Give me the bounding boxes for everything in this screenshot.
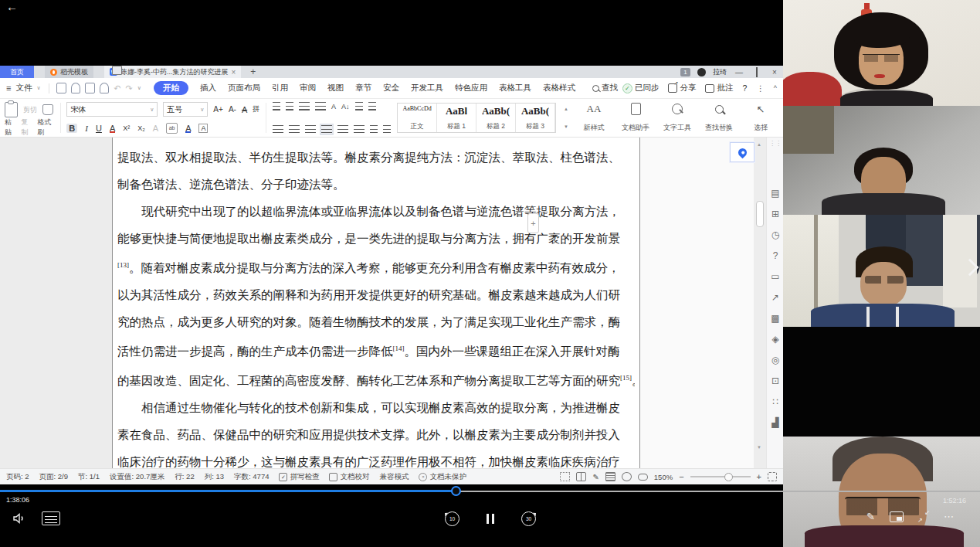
menu-tab-12[interactable]: 表格样式 xyxy=(543,83,575,93)
zoom-slider[interactable] xyxy=(690,476,751,477)
superscript-button[interactable]: X² xyxy=(123,124,130,132)
more-options-icon[interactable]: ⋯ xyxy=(944,511,955,522)
shading-icon[interactable] xyxy=(370,125,378,134)
italic-button[interactable]: I xyxy=(85,124,88,133)
vertical-scrollbar[interactable]: ▲ ▼ xyxy=(756,142,764,450)
decrease-indent-icon[interactable] xyxy=(299,102,310,110)
menu-tab-4[interactable]: 引用 xyxy=(272,83,288,93)
back-arrow-icon[interactable]: ← xyxy=(6,0,18,13)
user-avatar[interactable] xyxy=(697,68,706,76)
rewind-10-button[interactable]: 10 xyxy=(445,511,459,526)
menu-tab-5[interactable]: 审阅 xyxy=(300,83,316,93)
style-option-1[interactable]: AaBbCcDd正文 xyxy=(398,104,437,132)
tab-home[interactable]: 首页 xyxy=(0,66,34,78)
print-preview-icon[interactable] xyxy=(85,83,94,93)
sync-status[interactable]: ✓ 已同步 xyxy=(622,83,660,93)
share-button[interactable]: 分享 xyxy=(668,83,696,93)
tab-document[interactable]: W 陈娜-李奚-中药...集方法的研究进展 × xyxy=(104,66,241,78)
flowchart-icon[interactable]: ⊞ xyxy=(771,209,779,219)
insert-blank-button[interactable]: + xyxy=(527,213,539,233)
protection-status[interactable]: × 文档未保护 xyxy=(419,472,466,482)
style-option-2[interactable]: AaBl标题 1 xyxy=(437,104,476,132)
underline-button[interactable]: U xyxy=(96,124,102,133)
fit-page-icon[interactable] xyxy=(768,472,777,481)
close-window-button[interactable]: × xyxy=(769,68,780,76)
insert-table-icon[interactable] xyxy=(368,102,376,110)
menu-tab-8[interactable]: 安全 xyxy=(383,83,399,93)
outline-view-icon[interactable] xyxy=(605,472,615,481)
restore-button[interactable] xyxy=(751,68,762,76)
increase-indent-icon[interactable] xyxy=(315,102,326,110)
undo-icon[interactable]: ↶ xyxy=(114,83,120,93)
shrink-font-button[interactable]: A- xyxy=(229,105,236,114)
shrink-icon[interactable]: ↙ ↗ xyxy=(918,511,929,522)
menu-tab-3[interactable]: 页面布局 xyxy=(228,83,260,93)
menu-tab-2[interactable]: 插入 xyxy=(200,83,216,93)
sort-icon[interactable]: A↓ xyxy=(341,103,350,110)
align-center-icon[interactable] xyxy=(289,125,300,134)
highlight-pen-icon[interactable]: ab xyxy=(166,123,178,134)
menu-tab-1[interactable]: 开始 xyxy=(154,81,188,95)
font-name-select[interactable]: 宋体 ∨ xyxy=(66,102,158,117)
user-name[interactable]: 拉琦 xyxy=(713,67,727,77)
numbered-list-icon[interactable] xyxy=(286,102,293,110)
picture-icon[interactable]: ▩ xyxy=(771,314,779,323)
write-mode-icon[interactable]: ✎ xyxy=(592,473,599,481)
menu-tab-7[interactable]: 章节 xyxy=(355,83,371,93)
minimize-button[interactable]: — xyxy=(734,68,744,76)
scroll-up-icon[interactable]: ▲ xyxy=(757,142,761,147)
page-view-icon[interactable] xyxy=(112,66,122,75)
char-border-button[interactable]: A xyxy=(198,124,208,133)
history-icon[interactable]: ◷ xyxy=(771,230,779,240)
format-painter-icon[interactable] xyxy=(42,104,53,115)
print-icon[interactable]: ⊡ xyxy=(771,376,779,386)
show-marks-icon[interactable] xyxy=(355,102,363,110)
style-gallery-scroll[interactable]: ▲ ▼ xyxy=(562,100,570,135)
subscript-button[interactable]: X₂ xyxy=(137,124,145,132)
find-replace-button[interactable]: 查找替换 xyxy=(701,100,737,135)
zoom-in-button[interactable]: + xyxy=(757,472,761,481)
font-size-select[interactable]: 五号 ∨ xyxy=(163,102,208,117)
file-menu[interactable]: 文件 xyxy=(15,83,32,93)
justify-icon[interactable] xyxy=(321,125,332,134)
paste-icon[interactable] xyxy=(5,102,18,117)
zoom-slider-knob[interactable] xyxy=(724,473,733,481)
more-menu-icon[interactable]: ⋮ xyxy=(756,83,765,93)
menu-tab-9[interactable]: 开发工具 xyxy=(411,83,443,93)
share-panel-icon[interactable]: ↗ xyxy=(771,293,779,302)
char-color-button[interactable]: A xyxy=(110,124,115,133)
chart-icon[interactable]: ▟ xyxy=(771,418,778,427)
comments-button[interactable]: 批注 xyxy=(705,83,733,93)
hamburger-icon[interactable]: ≡ xyxy=(6,83,11,93)
picture-in-picture-icon[interactable] xyxy=(890,511,904,522)
document-page[interactable]: 提取法、双水相提取法、半仿生提取法等。槲皮素分离提纯方法：沉淀法、萃取法、柱色谱… xyxy=(112,138,640,468)
notification-badge[interactable]: 1 xyxy=(680,68,690,76)
paste-label[interactable]: 粘贴 xyxy=(5,117,15,138)
pause-button[interactable] xyxy=(487,514,494,524)
export-pdf-icon[interactable] xyxy=(100,83,109,93)
volume-icon[interactable] xyxy=(12,511,26,525)
bold-button[interactable]: B xyxy=(66,124,77,133)
pinyin-guide-button[interactable]: 拼 xyxy=(253,104,259,114)
participant-video-3[interactable] xyxy=(783,215,980,327)
participant-video-2[interactable] xyxy=(783,106,980,215)
print-icon[interactable] xyxy=(71,83,80,93)
comment-box-icon[interactable]: ▭ xyxy=(771,272,779,281)
help-button[interactable]: ? xyxy=(742,83,747,93)
participant-video-4[interactable] xyxy=(783,327,980,437)
bullet-list-icon[interactable] xyxy=(273,102,280,110)
collapse-ribbon-icon[interactable]: ^ xyxy=(774,84,777,92)
cut-button[interactable]: 剪切 xyxy=(23,105,37,115)
notes-icon[interactable] xyxy=(42,511,60,525)
find-button[interactable]: 查找 xyxy=(592,83,618,93)
distribute-icon[interactable] xyxy=(337,125,348,134)
menu-tab-6[interactable]: 视图 xyxy=(327,83,344,93)
annotate-pen-icon[interactable]: ✎ xyxy=(866,511,875,522)
help-icon[interactable]: ? xyxy=(773,251,778,260)
style-option-4[interactable]: AaBb(标题 3 xyxy=(516,104,555,132)
read-layout-icon[interactable] xyxy=(576,472,586,481)
borders-icon[interactable] xyxy=(383,125,391,134)
format-painter-label[interactable]: 格式刷 xyxy=(37,117,53,138)
progress-handle[interactable] xyxy=(451,486,461,496)
apps-grid-icon[interactable]: ∷ xyxy=(772,397,778,406)
